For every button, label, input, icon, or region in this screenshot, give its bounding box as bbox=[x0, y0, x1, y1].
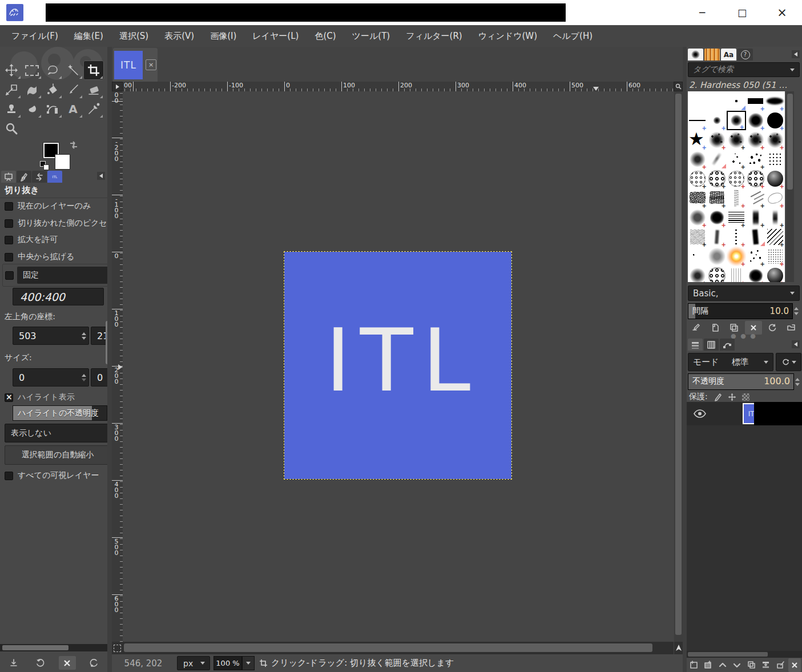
fixed-dropdown[interactable]: 固定 bbox=[17, 267, 107, 284]
option-highlight[interactable]: ハイライト表示 bbox=[5, 392, 75, 403]
brush-twigs[interactable]: + bbox=[746, 188, 765, 208]
crop-tool-button[interactable] bbox=[83, 61, 104, 80]
image-tab[interactable]: ITL × bbox=[113, 48, 158, 82]
size-height-spinner[interactable]: 0 bbox=[91, 368, 107, 387]
brush-tex2[interactable]: + bbox=[707, 188, 727, 208]
option-delete-cropped-pixels[interactable]: 切り抜かれた側のピクセル bbox=[5, 218, 107, 228]
refresh-brushes-icon[interactable] bbox=[764, 321, 781, 335]
brush-chalk[interactable]: + bbox=[688, 150, 707, 169]
menu-edit[interactable]: 編集(E) bbox=[67, 27, 110, 45]
vertical-ruler[interactable]: 00 -200 -100 0 100 200 300 400 500 600 bbox=[112, 91, 123, 642]
opacity-spinner-arrows[interactable] bbox=[793, 373, 801, 390]
brush-splat[interactable]: + bbox=[727, 130, 746, 150]
navigation-preview-icon[interactable] bbox=[674, 642, 683, 654]
fixed-checkbox[interactable] bbox=[5, 271, 14, 280]
paths-tool-button[interactable] bbox=[42, 99, 63, 119]
anchor-layer-icon[interactable] bbox=[774, 658, 787, 672]
tab-fonts[interactable]: Aa bbox=[721, 49, 736, 61]
spacing-spinner-arrows[interactable] bbox=[792, 303, 800, 319]
tab-help[interactable]: ? bbox=[737, 49, 753, 61]
guides-dropdown[interactable]: 表示しない bbox=[5, 424, 107, 442]
delete-tool-preset-icon[interactable] bbox=[59, 656, 76, 670]
brush-dots-v[interactable]: + bbox=[727, 227, 746, 247]
brush-glow[interactable]: + bbox=[727, 247, 746, 266]
brush-soft-lg[interactable]: + bbox=[746, 111, 765, 130]
image-tab-close-icon[interactable]: × bbox=[146, 59, 156, 70]
bucket-fill-tool-button[interactable] bbox=[42, 80, 63, 99]
layer-list-empty-area[interactable] bbox=[687, 425, 802, 651]
brush-lines-diag[interactable]: + bbox=[765, 227, 785, 247]
menu-help[interactable]: ヘルプ(H) bbox=[546, 27, 599, 45]
lock-pixels-icon[interactable] bbox=[714, 393, 722, 401]
brush-blank[interactable] bbox=[707, 91, 727, 111]
background-color-swatch[interactable] bbox=[55, 154, 70, 170]
brush-soft-md[interactable]: + bbox=[727, 111, 746, 130]
raise-layer-icon[interactable] bbox=[716, 658, 729, 672]
save-tool-preset-icon[interactable] bbox=[5, 656, 22, 670]
brush-streak-dark[interactable] bbox=[746, 227, 765, 247]
brush-blank[interactable] bbox=[688, 91, 707, 111]
brush-streak-v[interactable]: + bbox=[707, 227, 727, 247]
menu-tools[interactable]: ツール(T) bbox=[345, 27, 397, 45]
brush-splat[interactable]: + bbox=[765, 130, 785, 150]
new-brush-icon[interactable] bbox=[707, 321, 724, 335]
brush-grid-scrollbar[interactable] bbox=[786, 91, 794, 282]
brush-patch[interactable]: + bbox=[688, 227, 707, 247]
gradient-tool-button[interactable] bbox=[22, 80, 42, 99]
brush-lines-h[interactable]: + bbox=[727, 208, 746, 227]
brush-tex1[interactable]: + bbox=[688, 188, 707, 208]
brush-dot-mini[interactable] bbox=[688, 247, 707, 266]
menu-colors[interactable]: 色(C) bbox=[308, 27, 342, 45]
merge-down-icon[interactable] bbox=[760, 658, 772, 672]
brush-dots-grid[interactable] bbox=[765, 150, 785, 169]
reset-tool-options-icon[interactable] bbox=[86, 656, 103, 670]
option-current-layer-only[interactable]: 現在のレイヤーのみ bbox=[5, 201, 91, 211]
horizontal-ruler[interactable]: 00 -200 -100 0 100 200 300 400 500 600 bbox=[123, 82, 674, 91]
brush-smoke2[interactable]: + bbox=[765, 208, 785, 227]
close-button[interactable]: × bbox=[762, 0, 802, 25]
new-layer-icon[interactable] bbox=[688, 658, 700, 672]
brush-grain[interactable]: + bbox=[688, 208, 707, 227]
tab-paths[interactable] bbox=[720, 339, 735, 351]
position-x-spinner[interactable]: 503 bbox=[13, 327, 89, 345]
brush-cells2[interactable]: + bbox=[707, 169, 727, 188]
edit-brush-icon[interactable] bbox=[688, 321, 705, 335]
duplicate-layer-icon[interactable] bbox=[745, 658, 758, 672]
option-allow-growing[interactable]: 拡大を許可 bbox=[5, 235, 58, 245]
canvas-viewport[interactable]: ITL bbox=[123, 91, 674, 642]
open-brush-as-image-icon[interactable] bbox=[783, 321, 800, 335]
tab-channels[interactable] bbox=[704, 339, 719, 351]
move-tool-button[interactable] bbox=[1, 61, 22, 80]
highlight-opacity-slider[interactable]: ハイライトの不透明度 bbox=[13, 405, 107, 421]
tab-image-thumbnail[interactable]: ITL bbox=[47, 171, 62, 183]
brush-fuzzy[interactable] bbox=[707, 247, 727, 266]
tool-options-hscrollbar[interactable] bbox=[0, 644, 107, 651]
menu-image[interactable]: 画像(I) bbox=[203, 27, 243, 45]
brush-animal[interactable]: + bbox=[765, 188, 785, 208]
restore-tool-preset-icon[interactable] bbox=[32, 656, 49, 670]
brush-soft-sm[interactable]: + bbox=[707, 111, 727, 130]
brush-cells[interactable]: + bbox=[727, 169, 746, 188]
smudge-tool-button[interactable] bbox=[22, 99, 42, 119]
menu-windows[interactable]: ウィンドウ(W) bbox=[471, 27, 544, 45]
brush-scribble[interactable]: + bbox=[727, 188, 746, 208]
unit-dropdown[interactable]: px bbox=[177, 656, 210, 670]
layer-opacity-slider[interactable]: 不透明度 100.0 bbox=[688, 373, 794, 390]
lower-layer-icon[interactable] bbox=[731, 658, 743, 672]
spinner-arrows-icon[interactable] bbox=[79, 369, 88, 386]
panel-divider[interactable] bbox=[107, 47, 112, 672]
dock-resize-grip[interactable]: ● ● ● bbox=[687, 335, 801, 337]
swap-colors-icon[interactable] bbox=[68, 140, 79, 152]
brush-tree[interactable]: + bbox=[727, 266, 746, 282]
brush-splat[interactable]: + bbox=[707, 130, 727, 150]
tab-device-status[interactable]: i bbox=[17, 171, 31, 183]
brush-cells[interactable]: + bbox=[688, 169, 707, 188]
layer-mode-switch-button[interactable] bbox=[776, 353, 801, 371]
brush-sphere[interactable]: + bbox=[765, 169, 785, 188]
brush-dots-cluster[interactable]: + bbox=[746, 150, 765, 169]
ruler-origin-button[interactable] bbox=[112, 82, 123, 91]
brush-splat[interactable]: + bbox=[746, 130, 765, 150]
vertical-scrollbar[interactable] bbox=[674, 91, 683, 642]
brush-spacing-slider[interactable]: 間隔 10.0 bbox=[688, 303, 793, 319]
minimize-button[interactable]: ─ bbox=[682, 0, 722, 25]
